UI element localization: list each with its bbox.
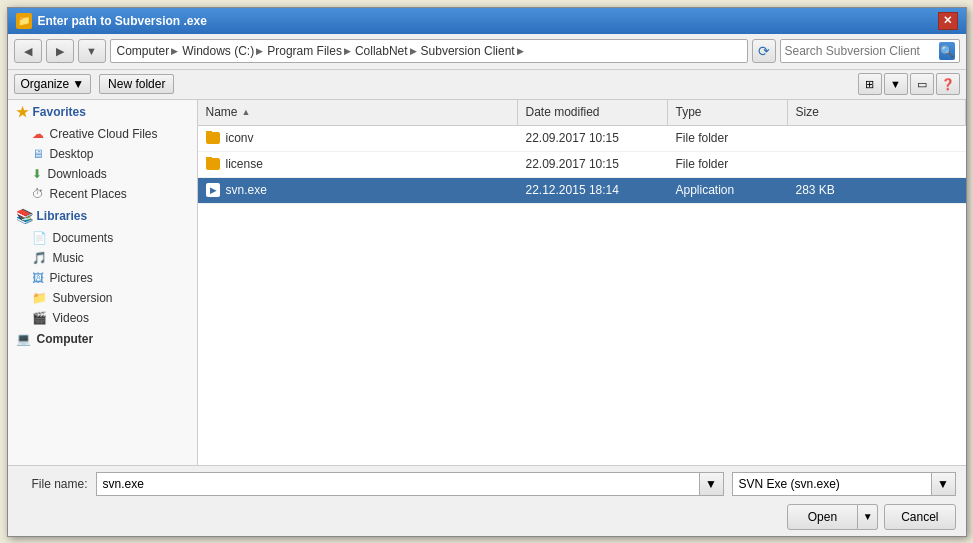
col-header-date[interactable]: Date modified <box>518 100 668 125</box>
sidebar-item-label: Creative Cloud Files <box>50 127 158 141</box>
file-name-input[interactable] <box>96 472 700 496</box>
videos-icon: 🎬 <box>32 311 47 325</box>
breadcrumb-drive[interactable]: Windows (C:) ▶ <box>182 44 263 58</box>
file-name-row: File name: ▼ ▼ <box>18 472 956 496</box>
sidebar-item-label: Downloads <box>48 167 107 181</box>
sidebar-item-downloads[interactable]: ⬇ Downloads <box>8 164 197 184</box>
search-box: 🔍 <box>780 39 960 63</box>
breadcrumb-programfiles-dropdown[interactable]: ▶ <box>344 46 351 56</box>
sidebar-item-creative-cloud[interactable]: ☁ Creative Cloud Files <box>8 124 197 144</box>
file-date-cell: 22.09.2017 10:15 <box>518 157 668 171</box>
file-date-text: 22.12.2015 18:14 <box>526 183 619 197</box>
library-icon: 📚 <box>16 208 33 224</box>
sidebar-group-libraries[interactable]: 📚 Libraries <box>8 204 197 228</box>
breadcrumb-subversion[interactable]: Subversion Client ▶ <box>421 44 524 58</box>
file-name-text: svn.exe <box>226 183 267 197</box>
sidebar-group-favorites[interactable]: ★ Favorites <box>8 100 197 124</box>
breadcrumb-computer[interactable]: Computer ▶ <box>117 44 179 58</box>
view-grid-button[interactable]: ⊞ <box>858 73 882 95</box>
desktop-icon: 🖥 <box>32 147 44 161</box>
view-grid-icon: ⊞ <box>865 78 874 91</box>
file-type-dropdown-button[interactable]: ▼ <box>932 472 956 496</box>
title-bar-left: 📁 Enter path to Subversion .exe <box>16 13 207 29</box>
breadcrumb-collabnet[interactable]: CollabNet ▶ <box>355 44 417 58</box>
file-name-dropdown-button[interactable]: ▼ <box>700 472 724 496</box>
file-name-text: license <box>226 157 263 171</box>
file-type-display <box>732 472 932 496</box>
col-name-label: Name <box>206 105 238 119</box>
sidebar-item-recent-places[interactable]: ⏱ Recent Places <box>8 184 197 204</box>
pictures-icon: 🖼 <box>32 271 44 285</box>
back-button[interactable]: ◀ <box>14 39 42 63</box>
file-name-label: File name: <box>18 477 88 491</box>
forward-button[interactable]: ▶ <box>46 39 74 63</box>
new-folder-button[interactable]: New folder <box>99 74 174 94</box>
nav-toolbar: ◀ ▶ ▼ Computer ▶ Windows (C:) ▶ Program … <box>8 34 966 70</box>
breadcrumb-programfiles[interactable]: Program Files ▶ <box>267 44 351 58</box>
open-dropdown-button[interactable]: ▼ <box>858 504 878 530</box>
file-list-body: iconv 22.09.2017 10:15 File folder <box>198 126 966 465</box>
organize-button[interactable]: Organize ▼ <box>14 74 92 94</box>
content-area: ★ Favorites ☁ Creative Cloud Files 🖥 Des… <box>8 100 966 465</box>
exe-icon: ▶ <box>206 183 220 197</box>
view-more-button[interactable]: ▼ <box>884 73 908 95</box>
file-type-text: File folder <box>676 131 729 145</box>
folder-icon <box>206 132 220 144</box>
view-panel-icon: ▭ <box>917 78 927 91</box>
sidebar-item-subversion[interactable]: 📁 Subversion <box>8 288 197 308</box>
col-header-name[interactable]: Name ▲ <box>198 100 518 125</box>
nav-dropdown-button[interactable]: ▼ <box>78 39 106 63</box>
file-list-header: Name ▲ Date modified Type Size <box>198 100 966 126</box>
file-type-wrapper: ▼ <box>732 472 956 496</box>
breadcrumb-subversion-dropdown[interactable]: ▶ <box>517 46 524 56</box>
breadcrumb-subversion-label: Subversion Client <box>421 44 515 58</box>
cancel-button[interactable]: Cancel <box>884 504 955 530</box>
file-date-text: 22.09.2017 10:15 <box>526 157 619 171</box>
back-icon: ◀ <box>24 45 32 58</box>
file-type-cell: File folder <box>668 131 788 145</box>
sidebar-item-documents[interactable]: 📄 Documents <box>8 228 197 248</box>
sidebar-item-label: Recent Places <box>50 187 127 201</box>
sidebar-item-pictures[interactable]: 🖼 Pictures <box>8 268 197 288</box>
table-row[interactable]: license 22.09.2017 10:15 File folder <box>198 152 966 178</box>
table-row[interactable]: ▶ svn.exe 22.12.2015 18:14 Application 2… <box>198 178 966 204</box>
breadcrumb-drive-dropdown[interactable]: ▶ <box>256 46 263 56</box>
breadcrumb-computer-label: Computer <box>117 44 170 58</box>
title-bar: 📁 Enter path to Subversion .exe ✕ <box>8 8 966 34</box>
music-icon: 🎵 <box>32 251 47 265</box>
view-panel-button[interactable]: ▭ <box>910 73 934 95</box>
file-type-dropdown-icon: ▼ <box>937 477 949 491</box>
search-button[interactable]: 🔍 <box>939 42 955 60</box>
docs-icon: 📄 <box>32 231 47 245</box>
sidebar-item-desktop[interactable]: 🖥 Desktop <box>8 144 197 164</box>
sidebar-item-computer[interactable]: 💻 Computer <box>8 328 197 350</box>
dialog-window: 📁 Enter path to Subversion .exe ✕ ◀ ▶ ▼ … <box>7 7 967 537</box>
organize-dropdown-icon: ▼ <box>72 77 84 91</box>
breadcrumb-bar: Computer ▶ Windows (C:) ▶ Program Files … <box>110 39 748 63</box>
organize-label: Organize <box>21 77 70 91</box>
breadcrumb-computer-dropdown[interactable]: ▶ <box>171 46 178 56</box>
file-name-cell: ▶ svn.exe <box>198 183 518 197</box>
open-button[interactable]: Open <box>787 504 858 530</box>
file-name-dropdown-icon: ▼ <box>705 477 717 491</box>
help-circle-icon: ❓ <box>941 78 955 91</box>
col-header-type[interactable]: Type <box>668 100 788 125</box>
cloud-icon: ☁ <box>32 127 44 141</box>
title-icon: 📁 <box>16 13 32 29</box>
file-date-cell: 22.12.2015 18:14 <box>518 183 668 197</box>
table-row[interactable]: iconv 22.09.2017 10:15 File folder <box>198 126 966 152</box>
close-button[interactable]: ✕ <box>938 12 958 30</box>
breadcrumb-drive-label: Windows (C:) <box>182 44 254 58</box>
sidebar-item-videos[interactable]: 🎬 Videos <box>8 308 197 328</box>
bottom-bar: File name: ▼ ▼ Open ▼ Cancel <box>8 465 966 536</box>
folder-icon <box>206 158 220 170</box>
col-header-size[interactable]: Size <box>788 100 966 125</box>
refresh-icon: ⟳ <box>758 43 770 59</box>
breadcrumb-collabnet-dropdown[interactable]: ▶ <box>410 46 417 56</box>
sidebar-item-music[interactable]: 🎵 Music <box>8 248 197 268</box>
help-icon-button[interactable]: ❓ <box>936 73 960 95</box>
sidebar: ★ Favorites ☁ Creative Cloud Files 🖥 Des… <box>8 100 198 465</box>
search-input[interactable] <box>785 44 935 58</box>
refresh-button[interactable]: ⟳ <box>752 39 776 63</box>
organize-toolbar: Organize ▼ New folder ⊞ ▼ ▭ ❓ <box>8 70 966 100</box>
